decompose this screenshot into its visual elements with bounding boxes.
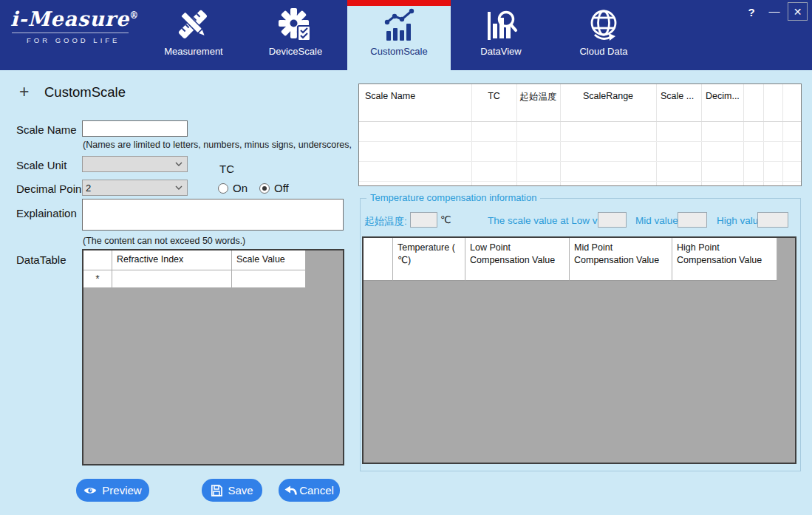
scales-table[interactable]: Scale Name TC 起始温度 ScaleRange Scale ... … <box>358 83 802 186</box>
undo-arrow-icon <box>284 485 297 496</box>
bar-chart-magnifier-icon <box>483 7 519 43</box>
mid-value-label: Mid value <box>635 215 678 226</box>
datatable-grid[interactable]: Refractive Index Scale Value * <box>82 249 344 465</box>
tc-on-label: On <box>233 182 248 194</box>
floppy-icon <box>211 485 222 497</box>
mid-value-input[interactable] <box>678 212 707 228</box>
column-header-scale-value[interactable]: Scale Value <box>232 250 306 270</box>
registered-mark: ® <box>129 10 139 21</box>
scales-col-scalerange[interactable]: ScaleRange <box>560 91 656 101</box>
decimal-point-label: Decimal Poin <box>16 183 81 195</box>
page-title: CustomScale <box>44 84 126 100</box>
add-icon: + <box>19 82 29 102</box>
eye-icon <box>83 486 97 495</box>
temp-col-mid-point[interactable]: Mid Point Compensation Value <box>570 238 672 281</box>
save-button[interactable]: Save <box>202 479 262 502</box>
scales-col-scale-name[interactable]: Scale Name <box>365 91 468 101</box>
start-temp-input[interactable] <box>410 212 437 228</box>
brand-tagline: FOR GOOD LIFE <box>10 36 143 44</box>
temp-col-temperature[interactable]: Temperature ( ℃) <box>393 238 465 281</box>
tc-off-radio[interactable]: Off <box>259 182 289 194</box>
chevron-down-icon <box>175 185 182 190</box>
scales-col-decim-truncated[interactable]: Decim... <box>706 91 743 101</box>
temp-col-high-point[interactable]: High Point Compensation Value <box>672 238 777 281</box>
start-temp-label: 起始温度: <box>364 215 407 228</box>
cancel-button[interactable]: Cancel <box>279 479 340 502</box>
high-value-label: High valu <box>717 215 758 226</box>
cancel-label: Cancel <box>299 484 334 497</box>
new-row-scale-value-cell[interactable] <box>232 270 306 288</box>
help-button[interactable]: ? <box>744 6 759 18</box>
scale-name-hint: (Names are limited to letters, numbers, … <box>83 140 358 150</box>
ruler-pencil-icon <box>176 7 211 43</box>
new-row-marker: * <box>83 270 112 288</box>
scale-name-input[interactable] <box>82 120 188 137</box>
row-header-cell <box>364 238 393 281</box>
gear-checklist-icon <box>278 7 313 43</box>
explanation-textarea[interactable] <box>82 199 344 231</box>
row-header-cell <box>83 250 112 270</box>
tab-label: Measurement <box>164 46 222 57</box>
tab-label: DeviceScale <box>269 46 322 57</box>
low-value-label: The scale value at Low value <box>488 215 616 226</box>
scale-unit-label: Scale Unit <box>16 159 66 171</box>
tab-label: CustomScale <box>370 46 427 57</box>
datatable-label: DataTable <box>16 253 66 266</box>
brand-name: i-Measure® <box>10 7 143 30</box>
tc-label: TC <box>219 163 234 175</box>
scale-unit-dropdown[interactable] <box>82 156 188 172</box>
header: i-Measure® FOR GOOD LIFE <box>0 0 812 70</box>
new-row-refractive-index-cell[interactable] <box>112 270 232 288</box>
temp-col-low-point[interactable]: Low Point Compensation Value <box>465 238 570 281</box>
radio-circle <box>218 183 228 194</box>
tab-customscale[interactable]: CustomScale <box>347 0 451 70</box>
globe-icon <box>586 7 621 43</box>
preview-label: Preview <box>102 484 141 497</box>
low-value-input[interactable] <box>598 212 627 228</box>
temp-compensation-title: Temperature compensation information <box>366 192 540 203</box>
explanation-hint: (The content can not exceed 50 words.) <box>83 236 358 246</box>
preview-button[interactable]: Preview <box>76 479 149 502</box>
save-label: Save <box>228 484 253 497</box>
app-window: i-Measure® FOR GOOD LIFE <box>0 0 812 515</box>
start-temp-unit: ℃ <box>440 214 451 225</box>
decimal-point-dropdown[interactable]: 2 <box>82 180 188 196</box>
tab-devicescale[interactable]: DeviceScale <box>251 0 340 70</box>
explanation-label: Explaination <box>16 207 77 219</box>
bar-chart-trend-icon <box>381 7 417 43</box>
scales-col-tc[interactable]: TC <box>471 91 516 101</box>
tab-label: Cloud Data <box>579 46 627 57</box>
tab-measurement[interactable]: Measurement <box>149 0 238 70</box>
tc-off-label: Off <box>274 182 289 194</box>
tab-label: DataView <box>480 46 521 57</box>
column-header-refractive-index[interactable]: Refractive Index <box>112 250 232 270</box>
brand-logo: i-Measure® FOR GOOD LIFE <box>10 7 143 44</box>
radio-circle <box>259 183 270 194</box>
tab-dataview[interactable]: DataView <box>457 0 545 70</box>
chevron-down-icon <box>175 162 182 166</box>
scales-col-scale-truncated[interactable]: Scale ... <box>661 91 700 101</box>
scales-col-start-temp[interactable]: 起始温度 <box>516 91 560 103</box>
logo-divider <box>12 33 129 33</box>
tc-on-radio[interactable]: On <box>218 182 248 194</box>
high-value-input[interactable] <box>757 212 788 228</box>
tab-clouddata[interactable]: Cloud Data <box>559 0 648 70</box>
minimize-button[interactable]: — <box>766 4 782 17</box>
close-button[interactable]: ✕ <box>788 2 808 21</box>
temp-compensation-table[interactable]: Temperature ( ℃) Low Point Compensation … <box>362 236 796 464</box>
scale-name-label: Scale Name <box>16 123 77 136</box>
decimal-point-value: 2 <box>83 183 175 194</box>
